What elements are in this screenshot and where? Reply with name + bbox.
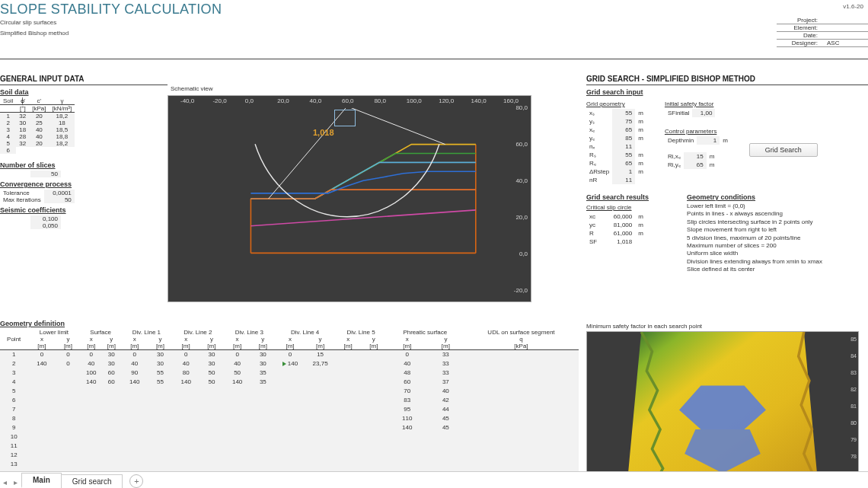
geom-cell[interactable]: 2: [0, 359, 27, 368]
geom-cell[interactable]: [27, 405, 56, 414]
add-sheet-button[interactable]: +: [129, 474, 143, 488]
geom-cell[interactable]: [464, 396, 579, 405]
gg-dR-v[interactable]: 1: [612, 167, 635, 176]
geom-cell[interactable]: [81, 442, 102, 451]
geom-cell[interactable]: [428, 451, 464, 460]
geom-cell[interactable]: 140: [27, 359, 56, 368]
geom-cell[interactable]: 110: [387, 414, 428, 423]
geom-cell[interactable]: [428, 442, 464, 451]
geom-cell[interactable]: 140: [387, 423, 428, 432]
tab-grid-search[interactable]: Grid search: [61, 474, 123, 488]
soil-cell[interactable]: 20: [29, 140, 49, 147]
geom-cell[interactable]: [102, 423, 121, 432]
geom-cell[interactable]: 45: [428, 423, 464, 432]
soil-cell[interactable]: 5: [0, 140, 16, 147]
geom-cell[interactable]: [81, 423, 102, 432]
gg-nc-v[interactable]: 11: [612, 142, 635, 151]
geom-cell[interactable]: 50: [199, 378, 223, 387]
geom-cell[interactable]: 90: [121, 368, 148, 378]
geom-cell[interactable]: [27, 368, 56, 378]
geom-cell[interactable]: [335, 387, 361, 396]
geom-cell[interactable]: [102, 396, 121, 405]
geom-cell[interactable]: [172, 423, 199, 432]
designer-value[interactable]: ASC: [822, 40, 868, 47]
geom-cell[interactable]: [275, 396, 305, 405]
geom-cell[interactable]: [172, 405, 199, 414]
geom-cell[interactable]: [275, 405, 305, 414]
geom-cell[interactable]: [464, 423, 579, 432]
geom-cell[interactable]: [361, 451, 387, 460]
geom-cell[interactable]: 30: [199, 350, 223, 359]
geom-cell[interactable]: 33: [428, 368, 464, 378]
geom-cell[interactable]: [81, 405, 102, 414]
gg-ye-v[interactable]: 85: [612, 134, 635, 142]
geom-cell[interactable]: [56, 442, 80, 451]
soil-cell[interactable]: 4: [0, 133, 16, 140]
geom-cell[interactable]: [56, 396, 80, 405]
geom-cell[interactable]: [224, 423, 251, 432]
gg-Re-v[interactable]: 65: [612, 159, 635, 167]
soil-cell[interactable]: 18: [16, 126, 29, 133]
geom-cell[interactable]: 5: [0, 387, 27, 396]
geom-cell[interactable]: [81, 451, 102, 460]
geom-cell[interactable]: [172, 396, 199, 405]
tab-main[interactable]: Main: [21, 473, 62, 488]
geom-cell[interactable]: [251, 387, 275, 396]
geom-cell[interactable]: [81, 414, 102, 423]
geom-cell[interactable]: [464, 442, 579, 451]
geom-cell[interactable]: [361, 378, 387, 387]
geom-cell[interactable]: 12: [0, 451, 27, 460]
geom-cell[interactable]: 13: [0, 460, 27, 469]
soil-cell[interactable]: 40: [29, 133, 49, 140]
geom-cell[interactable]: [27, 423, 56, 432]
geom-cell[interactable]: 44: [428, 405, 464, 414]
geom-cell[interactable]: 33: [428, 350, 464, 359]
geom-cell[interactable]: [305, 460, 335, 469]
soil-cell[interactable]: [29, 147, 49, 154]
geom-cell[interactable]: [224, 414, 251, 423]
geom-cell[interactable]: [305, 423, 335, 432]
soil-cell[interactable]: 18,2: [49, 113, 75, 120]
geom-cell[interactable]: 50: [224, 368, 251, 378]
soil-cell[interactable]: 1: [0, 113, 16, 120]
geom-cell[interactable]: [56, 387, 80, 396]
geom-cell[interactable]: [121, 442, 148, 451]
geom-cell[interactable]: 140: [275, 359, 305, 368]
geom-cell[interactable]: [387, 432, 428, 442]
geom-cell[interactable]: [121, 387, 148, 396]
geom-cell[interactable]: [335, 396, 361, 405]
geom-cell[interactable]: [81, 460, 102, 469]
geom-cell[interactable]: 30: [148, 350, 172, 359]
geom-cell[interactable]: 45: [428, 414, 464, 423]
geom-cell[interactable]: [224, 460, 251, 469]
soil-cell[interactable]: 28: [16, 133, 29, 140]
geom-cell[interactable]: [199, 460, 223, 469]
geom-cell[interactable]: 0: [224, 350, 251, 359]
geom-cell[interactable]: [361, 396, 387, 405]
soil-cell[interactable]: 32: [16, 140, 29, 147]
geom-cell[interactable]: [251, 460, 275, 469]
geom-cell[interactable]: [464, 378, 579, 387]
gg-xe-v[interactable]: 65: [612, 126, 635, 134]
project-value[interactable]: [822, 17, 868, 24]
geom-cell[interactable]: 60: [102, 368, 121, 378]
geom-cell[interactable]: [27, 460, 56, 469]
geom-cell[interactable]: 80: [172, 368, 199, 378]
geom-cell[interactable]: 40: [428, 387, 464, 396]
geom-cell[interactable]: [335, 405, 361, 414]
geom-cell[interactable]: 35: [251, 378, 275, 387]
geom-cell[interactable]: [275, 387, 305, 396]
sheet-nav-icons[interactable]: ◂ ▸: [3, 478, 20, 486]
gg-ys-v[interactable]: 75: [612, 117, 635, 126]
geom-cell[interactable]: [305, 451, 335, 460]
geom-cell[interactable]: 30: [148, 359, 172, 368]
geom-cell[interactable]: 60: [387, 378, 428, 387]
date-value[interactable]: [822, 32, 868, 40]
geom-cell[interactable]: [199, 442, 223, 451]
geom-cell[interactable]: [305, 368, 335, 378]
geom-cell[interactable]: [275, 368, 305, 378]
geom-cell[interactable]: 33: [428, 359, 464, 368]
rix-value[interactable]: 15: [684, 152, 707, 161]
soil-cell[interactable]: 40: [29, 126, 49, 133]
geom-cell[interactable]: [121, 405, 148, 414]
